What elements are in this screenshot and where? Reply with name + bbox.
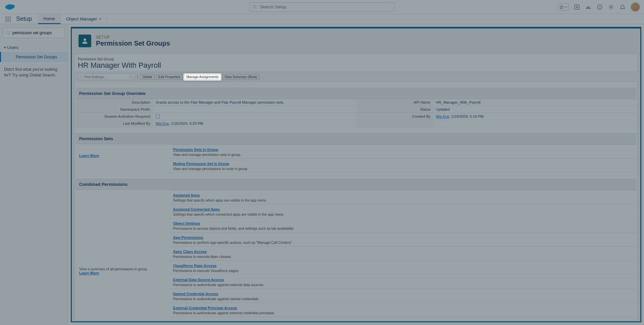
combined-permission-link[interactable]: Named Credential Access xyxy=(173,292,218,296)
search-icon xyxy=(6,31,10,35)
search-icon xyxy=(253,5,257,9)
combined-permission-desc: Settings that specify which apps are vis… xyxy=(173,198,633,202)
combined-permission-desc: Permissions to authenticate against exte… xyxy=(173,283,633,287)
combined-permission-row: Visualforce Page AccessPermissions to ex… xyxy=(170,261,636,275)
permission-set-row: Muting Permission Set in GroupView and m… xyxy=(170,159,636,173)
global-search-input[interactable] xyxy=(257,4,391,9)
star-icon xyxy=(559,5,564,9)
breadcrumb: SETUP xyxy=(96,35,170,40)
permission-set-link[interactable]: Permission Sets in Group xyxy=(173,148,218,152)
nav-home[interactable]: Home xyxy=(38,14,61,24)
combined-permission-row: Object SettingsPermissions to access obj… xyxy=(170,218,636,232)
combined-permission-desc: Permissions to authenticate against exte… xyxy=(173,311,633,315)
combined-permission-link[interactable]: Visualforce Page Access xyxy=(173,264,217,268)
salesforce-logo[interactable] xyxy=(4,3,16,11)
label-session-activation: Session Activation Required xyxy=(76,113,153,120)
svg-point-9 xyxy=(7,16,9,18)
label-created-by: Created By xyxy=(356,113,433,120)
learn-more-link[interactable]: Learn More xyxy=(79,154,99,158)
combined-permission-link[interactable]: Assigned Connected Apps xyxy=(173,207,220,211)
add-icon[interactable] xyxy=(574,4,580,10)
edit-properties-button[interactable]: Edit Properties xyxy=(156,74,183,80)
tree-node-users[interactable]: ▾Users xyxy=(3,43,65,52)
chevron-down-icon: ▾ xyxy=(4,46,6,49)
combined-permission-row: External Data Source AccessPermissions t… xyxy=(170,275,636,289)
search-icon xyxy=(79,75,83,79)
value-created-by: Mia Eve, 1/16/2024, 5:16 PM xyxy=(433,113,637,120)
combined-permission-desc: Permissions to execute Apex classes xyxy=(173,255,633,259)
combined-permissions-heading: Combined Permissions xyxy=(76,179,636,190)
action-bar: | Delete Edit Properties Manage Assignme… xyxy=(75,72,637,82)
svg-point-0 xyxy=(253,5,256,8)
combined-permission-row: App PermissionsPermissions to perform ap… xyxy=(170,232,636,247)
permission-sets-heading: Permission Sets xyxy=(76,133,636,144)
svg-point-15 xyxy=(7,20,9,22)
permission-set-desc: View and manage permissions to mute in g… xyxy=(173,167,633,171)
label-api-name: API Name xyxy=(356,99,433,106)
value-status: Updated xyxy=(433,106,637,113)
svg-line-21 xyxy=(82,77,83,78)
quick-find-input[interactable] xyxy=(10,31,63,35)
record-title: HR Manager With Payroll xyxy=(75,61,637,72)
global-search[interactable] xyxy=(250,2,394,12)
clear-icon[interactable] xyxy=(129,75,133,79)
find-settings-input[interactable] xyxy=(84,75,128,79)
svg-point-17 xyxy=(6,31,9,34)
combined-permission-link[interactable]: App Permissions xyxy=(173,235,203,239)
favorites-toggle[interactable] xyxy=(557,3,569,11)
trailhead-icon[interactable] xyxy=(585,4,592,10)
page-title: Permission Set Groups xyxy=(96,40,170,47)
label-description: Description xyxy=(76,99,153,106)
user-avatar[interactable] xyxy=(631,2,640,12)
chevron-down-icon: ▾ xyxy=(99,16,101,21)
svg-point-8 xyxy=(5,16,7,18)
manage-assignments-button[interactable]: Manage Assignments xyxy=(184,74,221,80)
view-summary-button[interactable]: View Summary (Beta) xyxy=(222,74,259,80)
svg-point-11 xyxy=(5,18,7,20)
value-description: Grants access to the Flair Manager and F… xyxy=(153,99,356,106)
combined-permission-row: Assigned AppsSettings that specify which… xyxy=(170,190,636,204)
overview-heading: Permission Set Group Overview xyxy=(76,88,636,99)
nav-bar: Setup Home Object Manager ▾ xyxy=(0,14,644,24)
value-session-activation xyxy=(153,113,356,120)
combined-permission-row: External Credential Principal AccessPerm… xyxy=(170,303,636,317)
delete-button[interactable]: Delete xyxy=(140,74,155,80)
help-icon[interactable]: ? xyxy=(596,4,603,10)
svg-point-7 xyxy=(610,6,612,8)
combined-permission-link[interactable]: External Credential Principal Access xyxy=(173,306,237,310)
permission-set-link[interactable]: Muting Permission Set in Group xyxy=(173,162,229,166)
svg-text:?: ? xyxy=(599,5,601,9)
svg-point-16 xyxy=(9,20,11,22)
combined-permission-desc: Permissions to perform app-specific acti… xyxy=(173,240,633,245)
combined-permission-link[interactable]: Assigned Apps xyxy=(173,193,200,197)
nav-object-manager[interactable]: Object Manager ▾ xyxy=(61,14,107,24)
value-last-modified: Mia Eve, 1/16/2024, 5:20 PM xyxy=(153,120,356,127)
combined-permission-link[interactable]: External Data Source Access xyxy=(173,278,224,282)
learn-more-link[interactable]: Learn More xyxy=(79,271,99,275)
app-name: Setup xyxy=(16,15,32,22)
label-last-modified: Last Modified By xyxy=(76,120,153,127)
svg-line-1 xyxy=(256,7,257,9)
combined-permission-row: Apex Class AccessPermissions to execute … xyxy=(170,247,636,261)
tree-leaf-permission-set-groups[interactable]: Permission Set Groups xyxy=(0,52,68,62)
nav-object-manager-label: Object Manager xyxy=(66,16,97,21)
app-launcher-icon[interactable] xyxy=(3,14,13,24)
sidebar-hint: Didn't find what you're looking for? Try… xyxy=(3,62,65,83)
combined-summary-text: View a summary of all permissions in gro… xyxy=(79,267,166,271)
combined-permission-link[interactable]: Apex Class Access xyxy=(173,250,207,254)
combined-permission-link[interactable]: Object Settings xyxy=(173,221,200,225)
svg-point-10 xyxy=(9,16,11,18)
combined-permission-row: Assigned Connected AppsSettings that spe… xyxy=(170,204,636,218)
permission-set-desc: View and manage permission sets in group xyxy=(173,153,633,157)
bell-icon[interactable] xyxy=(619,4,626,10)
gear-icon[interactable] xyxy=(608,4,614,10)
combined-permission-desc: Permissions to execute Visualforce pages xyxy=(173,269,633,273)
created-by-link[interactable]: Mia Eve xyxy=(436,114,449,118)
find-settings[interactable] xyxy=(78,73,135,80)
quick-find[interactable] xyxy=(3,28,65,38)
combined-permission-desc: Permissions to access objects and fields… xyxy=(173,226,633,230)
modified-by-link[interactable]: Mia Eve xyxy=(156,121,169,125)
svg-point-19 xyxy=(84,39,86,41)
combined-permission-desc: Permissions to authenticate against name… xyxy=(173,297,633,301)
label-status: Status xyxy=(356,106,433,113)
